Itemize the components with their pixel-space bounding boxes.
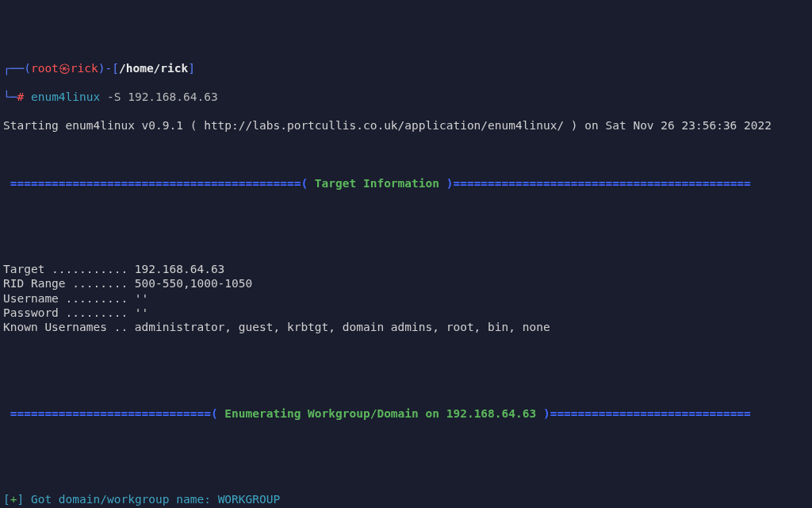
section-target-info: ========================================… [3,176,809,190]
target-block: Target ........... 192.168.64.63 RID Ran… [3,262,809,334]
section-enum-wg: =============================( Enumerati… [3,406,809,421]
got-domain-line: [+] Got domain/workgroup name: WORKGROUP [3,492,809,506]
prompt-line-1: ┌──(root㉿rick)-[/home/rick] [3,61,809,75]
prompt-line-2[interactable]: └─# enum4linux -S 192.168.64.63 [3,90,809,104]
starting-line: Starting enum4linux v0.9.1 ( http://labs… [3,118,809,133]
